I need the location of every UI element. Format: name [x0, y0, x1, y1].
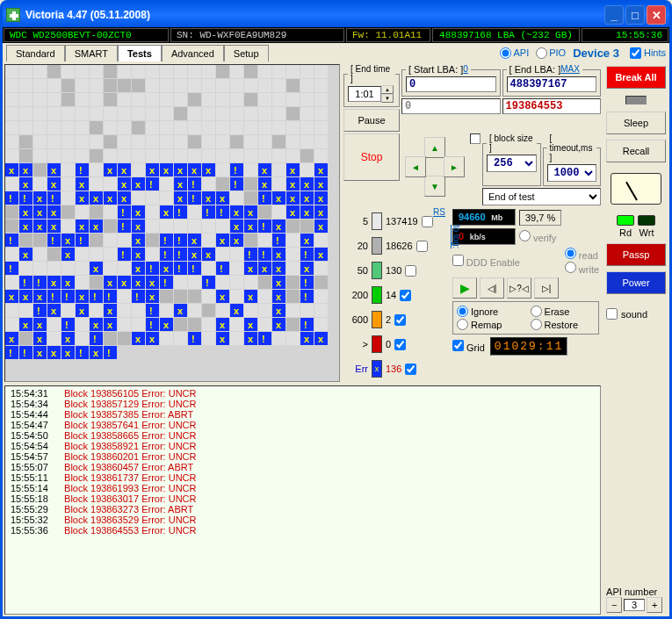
drive-lba: 488397168 LBA (~232 GB): [432, 28, 580, 42]
endtime-down[interactable]: ▼: [381, 94, 394, 103]
ignore-radio[interactable]: Ignore: [457, 306, 522, 317]
ddd-checkbox[interactable]: DDD Enable: [452, 255, 520, 268]
log-line: 15:54:31 Block 193856105 Error: UNCR: [7, 388, 598, 399]
stat-log-checkbox[interactable]: [422, 216, 433, 227]
endtime-up[interactable]: ▲: [381, 85, 394, 94]
log-panel[interactable]: 15:54:31 Block 193856105 Error: UNCR15:5…: [4, 385, 601, 615]
surface-scan-grid[interactable]: [4, 64, 340, 382]
stat-row: 200 14: [345, 283, 447, 307]
tolog-link[interactable]: to log:: [452, 225, 461, 248]
stop-button[interactable]: Stop: [343, 133, 400, 181]
stat-log-checkbox[interactable]: [394, 314, 406, 326]
pause-button[interactable]: Pause: [343, 109, 400, 132]
log-line: 15:54:57 Block 193860201 Error: UNCR: [7, 451, 598, 462]
restore-radio[interactable]: Restore: [531, 319, 596, 330]
grid-checkbox[interactable]: Grid: [452, 340, 485, 353]
recall-button[interactable]: Recall: [606, 140, 666, 162]
write-led-icon: [638, 215, 655, 226]
stat-log-checkbox[interactable]: [405, 265, 416, 277]
stat-row: 20 18626: [345, 234, 447, 258]
api-plus-button[interactable]: +: [647, 597, 662, 613]
blocksize-select[interactable]: 256: [487, 155, 537, 172]
startlba-group: [ Start LBA: ] 0: [401, 64, 501, 97]
drive-info-bar: WDC WD2500BEVT-00ZCT0 SN: WD-WXF0EA9UM82…: [3, 27, 669, 43]
remap-radio[interactable]: Remap: [457, 319, 522, 330]
vu-meter-icon: [611, 173, 661, 205]
side-panel: Break All Sleep Recall Rd Wrt Passp Powe…: [603, 62, 669, 616]
endtime-input[interactable]: [348, 86, 381, 102]
stat-row: 600 2: [345, 307, 447, 332]
nav-right-button[interactable]: ►: [444, 156, 465, 177]
drive-firmware: Fw: 11.01A11: [346, 28, 430, 42]
endlba-input[interactable]: [507, 76, 597, 92]
log-line: 15:54:34 Block 193857129 Error: UNCR: [7, 399, 598, 409]
log-line: 15:55:36 Block 193864553 Error: UNCR: [7, 525, 598, 536]
stat-log-checkbox[interactable]: [394, 339, 406, 350]
play-button[interactable]: ▶: [452, 277, 477, 299]
random-button[interactable]: ▷?◁: [507, 277, 531, 299]
startlba-input[interactable]: [406, 76, 496, 92]
status-panel: 94660 Mb 39,7 % 0 kb/s verify DDD Ena: [451, 207, 601, 383]
endlba-group: [ End LBA: ] MAX: [502, 64, 602, 97]
scan-controls: [ End time ] ▲▼ Pause [: [342, 62, 603, 384]
close-button[interactable]: ✕: [647, 5, 666, 25]
tab-advanced[interactable]: Advanced: [162, 45, 224, 61]
nav-up-button[interactable]: ▲: [424, 137, 445, 158]
stat-log-checkbox[interactable]: [416, 241, 428, 252]
api-minus-button[interactable]: −: [606, 597, 622, 613]
tab-setup[interactable]: Setup: [224, 45, 269, 61]
rw-indicators: Rd Wrt: [606, 215, 666, 238]
maximize-button[interactable]: □: [625, 5, 645, 25]
tab-tests[interactable]: Tests: [118, 45, 162, 61]
endoftest-select[interactable]: End of test: [482, 188, 601, 205]
timeout-group: [ timeout,ms ] 10000: [543, 133, 602, 186]
pio-radio[interactable]: PIO: [536, 47, 566, 59]
percent-value: 39,7 %: [519, 210, 561, 226]
nav-left-button[interactable]: ◄: [405, 156, 426, 177]
passp-button[interactable]: Passp: [606, 243, 666, 266]
step-back-button[interactable]: ◁|: [480, 277, 504, 299]
rs-link[interactable]: RS: [433, 207, 445, 217]
latency-stats: RS to log: 5 137419 20 18626 50 130 200 …: [343, 207, 449, 383]
tab-standard[interactable]: Standard: [6, 45, 65, 61]
stat-log-checkbox[interactable]: [400, 290, 411, 301]
sound-checkbox[interactable]: sound: [606, 308, 666, 320]
api-radio[interactable]: API: [500, 47, 529, 59]
verify-radio[interactable]: verify: [519, 230, 556, 243]
nav-diamond: ▲ ▼ ◄ ►: [405, 137, 465, 197]
api-number-group: API number − +: [606, 587, 666, 613]
nav-checkbox[interactable]: [470, 133, 481, 144]
top-bar: StandardSMARTTestsAdvancedSetup API PIO …: [3, 43, 669, 62]
startlba-zero-link[interactable]: 0: [463, 64, 468, 74]
current-lba-input[interactable]: [502, 98, 602, 114]
read-led-icon: [617, 215, 634, 226]
step-forward-button[interactable]: ▷|: [534, 277, 559, 299]
tab-strip: StandardSMARTTestsAdvancedSetup: [6, 45, 269, 61]
titlebar[interactable]: Victoria 4.47 (05.11.2008) _ □ ✕: [3, 3, 669, 27]
elapsed-timer: 01029:11: [490, 337, 567, 356]
minimize-button[interactable]: _: [604, 5, 624, 25]
endlba-max-link[interactable]: MAX: [560, 64, 580, 74]
erase-radio[interactable]: Erase: [531, 306, 596, 317]
log-line: 15:55:07 Block 193860457 Error: ABRT: [7, 462, 598, 472]
log-line: 15:55:11 Block 193861737 Error: UNCR: [7, 472, 598, 483]
break-all-button[interactable]: Break All: [606, 66, 666, 89]
hints-checkbox[interactable]: Hints: [630, 47, 666, 59]
nav-down-button[interactable]: ▼: [424, 176, 445, 197]
api-number-input[interactable]: [624, 599, 645, 611]
timeout-select[interactable]: 10000: [547, 164, 597, 182]
log-line: 15:54:47 Block 193857641 Error: UNCR: [7, 420, 598, 430]
write-radio[interactable]: write: [565, 262, 599, 275]
sleep-button[interactable]: Sleep: [606, 112, 666, 134]
current-gray-input[interactable]: [401, 98, 501, 114]
device-label[interactable]: Device 3: [573, 47, 619, 60]
tab-smart[interactable]: SMART: [65, 45, 118, 61]
stat-log-checkbox[interactable]: [405, 363, 416, 375]
window-title: Victoria 4.47 (05.11.2008): [24, 9, 603, 21]
stat-row: > 0: [345, 332, 447, 356]
mb-value: 94660: [459, 212, 486, 222]
app-window: Victoria 4.47 (05.11.2008) _ □ ✕ WDC WD2…: [0, 0, 672, 619]
endtime-group: [ End time ] ▲▼: [343, 64, 400, 107]
power-button[interactable]: Power: [606, 271, 666, 294]
read-radio[interactable]: read: [565, 248, 599, 261]
